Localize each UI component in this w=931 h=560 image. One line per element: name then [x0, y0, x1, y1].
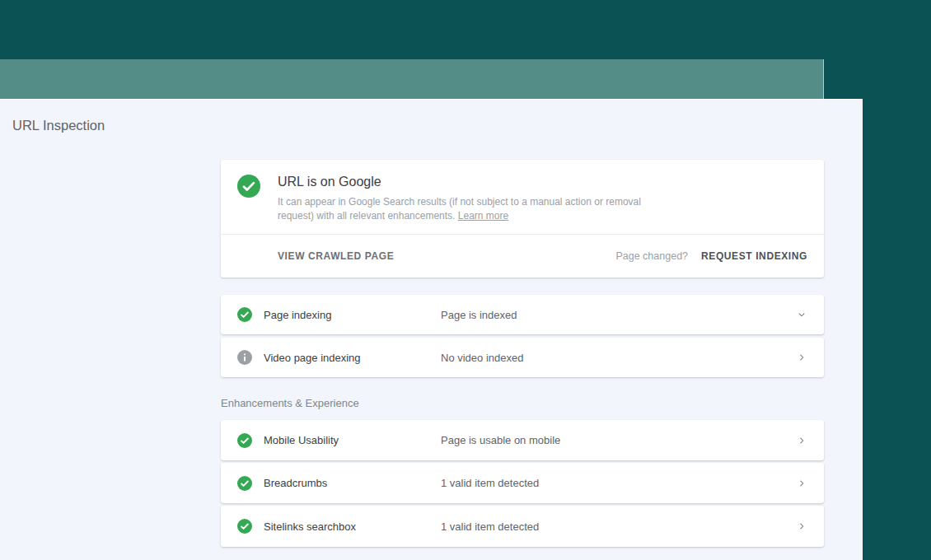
learn-more-link[interactable]: Learn more	[458, 210, 508, 222]
row-video-page-indexing[interactable]: Video page indexing No video indexed	[221, 338, 824, 377]
row-value: Page is usable on mobile	[441, 434, 560, 446]
view-crawled-page-button[interactable]: VIEW CRAWLED PAGE	[278, 250, 394, 262]
row-label: Page indexing	[264, 309, 331, 321]
status-title: URL is on Google	[278, 175, 655, 189]
row-sitelinks-searchbox[interactable]: Sitelinks searchbox 1 valid item detecte…	[221, 506, 824, 547]
status-card-header: URL is on Google It can appear in Google…	[221, 160, 824, 234]
enhancements-section-label: Enhancements & Experience	[221, 397, 824, 410]
chevron-right-icon[interactable]	[796, 478, 807, 489]
row-breadcrumbs[interactable]: Breadcrumbs 1 valid item detected	[221, 463, 824, 503]
page-changed-label: Page changed?	[615, 250, 688, 262]
row-page-indexing[interactable]: Page indexing Page is indexed	[221, 295, 824, 334]
row-label: Sitelinks searchbox	[264, 520, 356, 533]
page-title: URL Inspection	[12, 118, 105, 133]
status-card: URL is on Google It can appear in Google…	[221, 160, 824, 278]
info-circle-icon	[237, 350, 252, 365]
check-circle-icon	[237, 433, 252, 448]
check-circle-icon	[237, 476, 252, 491]
chevron-right-icon[interactable]	[796, 435, 807, 446]
chevron-down-icon[interactable]	[796, 309, 807, 320]
main-column: URL is on Google It can appear in Google…	[221, 160, 824, 547]
row-label: Video page indexing	[264, 352, 361, 364]
check-circle-icon	[237, 519, 252, 534]
chevron-right-icon[interactable]	[796, 520, 807, 532]
row-value: Page is indexed	[441, 309, 517, 321]
check-circle-icon	[237, 307, 252, 322]
status-card-footer: VIEW CRAWLED PAGE Page changed? REQUEST …	[221, 234, 824, 277]
secondary-header-band	[0, 59, 824, 99]
footer-right-group: Page changed? REQUEST INDEXING	[615, 250, 807, 262]
row-value: 1 valid item detected	[441, 520, 539, 533]
check-circle-icon	[237, 175, 260, 198]
chevron-right-icon[interactable]	[796, 352, 807, 363]
row-value: No video indexed	[441, 352, 523, 364]
url-inspection-panel: URL Inspection URL is on Google It can a…	[0, 99, 863, 560]
row-label: Mobile Usability	[264, 434, 339, 446]
row-mobile-usability[interactable]: Mobile Usability Page is usable on mobil…	[221, 420, 824, 460]
spacer	[221, 278, 824, 295]
row-value: 1 valid item detected	[441, 477, 539, 489]
request-indexing-button[interactable]: REQUEST INDEXING	[701, 250, 807, 262]
status-description: It can appear in Google Search results (…	[278, 195, 655, 222]
row-label: Breadcrumbs	[264, 477, 327, 489]
status-texts: URL is on Google It can appear in Google…	[278, 173, 655, 234]
